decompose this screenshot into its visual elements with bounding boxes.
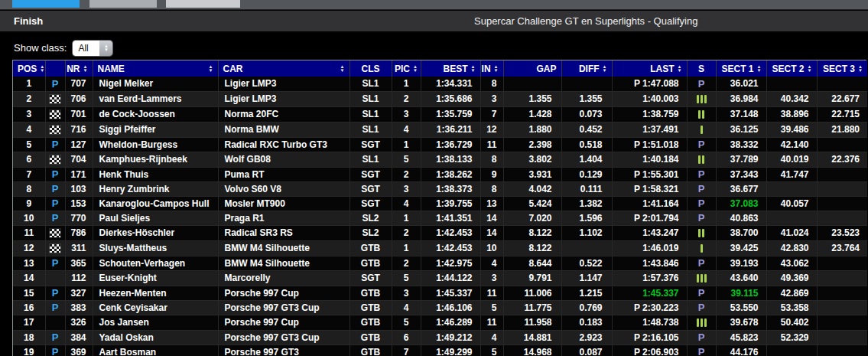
cell-gap: 9.791 (503, 270, 561, 286)
cell-pic: 3 (392, 106, 421, 122)
cell-car: Norma 20FC (218, 106, 349, 122)
cell-flag (45, 106, 65, 122)
cell-diff: 1.596 (561, 211, 612, 225)
title-bar: Finish Supercar Challenge GT en Superlig… (0, 11, 868, 31)
cell-best: 1:41.351 (421, 211, 480, 225)
cell-car: Porsche 997 GT3 (218, 345, 349, 356)
cell-last: 1:40.003 (612, 91, 687, 106)
cell-cls: SGT (349, 137, 392, 152)
sector-pit-indicator: P (698, 346, 705, 356)
cell-best: 1:34.331 (421, 77, 480, 91)
cell-best: 1:38.373 (421, 181, 480, 196)
column-header-nr[interactable]: NR▲▼ (65, 60, 93, 77)
cell-pic: 6 (392, 330, 421, 345)
cell-pic: 5 (392, 315, 421, 330)
cell-gap: 11.006 (503, 286, 561, 300)
select-stepper-icon[interactable]: ▲▼ (99, 41, 112, 56)
cell-nr: 103 (65, 181, 93, 196)
table-row: 2706van Eerd-LammersLigier LMP3SL121:35.… (13, 91, 867, 106)
cell-car: Puma RT (218, 167, 349, 181)
cell-pic: 4 (392, 300, 421, 315)
cell-nr: 706 (65, 91, 93, 106)
cell-pic: 4 (392, 122, 421, 137)
tab-3[interactable] (166, 0, 240, 8)
cell-sect3 (817, 137, 867, 152)
cell-diff (561, 77, 612, 91)
cell-gap: 1.355 (503, 91, 561, 106)
column-header-sect3[interactable]: SECT 3▲▼ (817, 60, 867, 77)
cell-pic: 1 (392, 211, 421, 225)
cell-flag: P (45, 181, 65, 196)
cell-in: 14 (480, 211, 503, 225)
cell-s: P (687, 300, 716, 315)
cell-gap: 11.775 (503, 300, 561, 315)
cell-sect2: 40.019 (766, 152, 817, 167)
cell-diff: 1.147 (561, 270, 612, 286)
cell-gap: 1.428 (503, 106, 561, 122)
tab-1[interactable] (12, 0, 80, 8)
cell-name: Siggi Pfeiffer (93, 122, 218, 137)
cell-best: 1:42.975 (421, 256, 480, 270)
column-header-name[interactable]: NAME▲▼ (93, 60, 218, 77)
cell-in: 12 (480, 122, 503, 137)
cell-in: 11 (480, 286, 503, 300)
cell-sect3 (817, 286, 867, 300)
cell-last: P 1:51.018 (612, 137, 687, 152)
cell-car: Volvo S60 V8 (218, 181, 349, 196)
cell-sect1: 40.863 (716, 211, 766, 225)
column-header-best[interactable]: BEST▲▼ (421, 60, 480, 77)
tab-2[interactable] (89, 0, 157, 8)
cell-pic: 2 (392, 256, 421, 270)
cell-flag (45, 122, 65, 137)
cell-gap: 8.122 (503, 225, 561, 240)
column-header-pos[interactable]: POS▲▼ (13, 60, 45, 77)
cell-flag: P (45, 286, 65, 300)
column-label: GAP (536, 64, 556, 74)
cell-diff: 1.102 (561, 225, 612, 240)
table-row: 6704Kamphues-RijnbeekWolf GB08SL151:38.1… (13, 152, 867, 167)
cell-sect3 (817, 167, 867, 181)
column-header-sect1[interactable]: SECT 1▲▼ (716, 60, 766, 77)
column-header-in[interactable]: IN▲▼ (480, 60, 503, 77)
cell-cls: SL2 (349, 211, 392, 225)
column-header-pic[interactable]: PIC▲▼ (392, 60, 421, 77)
cell-gap (503, 77, 561, 91)
cell-s: P (687, 256, 716, 270)
checkered-flag-icon (50, 244, 60, 253)
cell-in: 4 (480, 330, 503, 345)
results-body: 1P707Nigel MelkerLigier LMP3SL111:34.331… (13, 77, 867, 356)
cell-nr: 153 (65, 196, 93, 211)
cell-s (687, 122, 716, 137)
cell-cls: SGT (349, 181, 392, 196)
class-filter-select[interactable]: All ▲▼ (73, 41, 112, 56)
cell-sect3 (817, 345, 867, 356)
cell-sect2: 52.329 (766, 330, 817, 345)
cell-flag (45, 152, 65, 167)
cell-sect2: 42.830 (766, 240, 817, 256)
cell-car: Porsche 997 GT3 Cup (218, 330, 349, 345)
table-row: 14112Euser-KnightMarcorellySGT51:44.1223… (13, 270, 867, 286)
class-filter-label: Show class: (14, 42, 67, 54)
cell-pos: 16 (13, 300, 45, 315)
cell-best: 1:35.759 (421, 106, 480, 122)
cell-flag (45, 91, 65, 106)
column-header-diff[interactable]: DIFF▲▼ (561, 60, 612, 77)
cell-s (687, 315, 716, 330)
cell-car: Ligier LMP3 (218, 77, 349, 91)
pit-indicator: P (52, 302, 59, 313)
cell-in: 3 (480, 270, 503, 286)
cell-flag: P (45, 300, 65, 315)
cell-flag: P (45, 256, 65, 270)
cell-name: Henry Zumbrink (93, 181, 218, 196)
cell-nr: 127 (65, 137, 93, 152)
table-row: 17326Jos JansenPorsche 997 CupGTB51:46.2… (13, 315, 867, 330)
cell-sect1: 39.425 (716, 240, 766, 256)
column-header-car[interactable]: CAR▲▼ (218, 60, 349, 77)
table-row: 16P383Cenk CeyisakarPorsche 997 GT3 CupG… (13, 300, 867, 315)
column-header-last[interactable]: LAST▲▼ (612, 60, 687, 77)
cell-best: 1:38.262 (421, 167, 480, 181)
column-header-sect2[interactable]: SECT 2▲▼ (766, 60, 817, 77)
sector-progress-bars (698, 107, 704, 122)
cell-name: Cenk Ceyisakar (93, 300, 218, 315)
sort-icon: ▲▼ (83, 65, 88, 72)
